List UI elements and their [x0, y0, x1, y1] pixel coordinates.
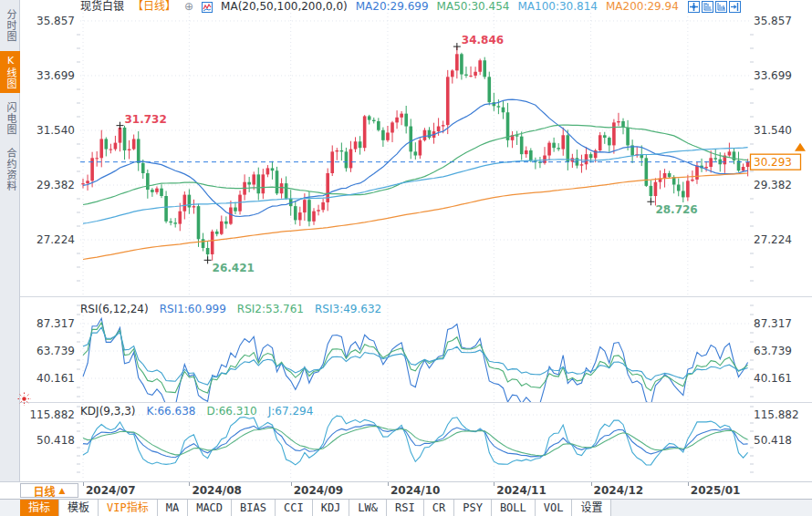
svg-text:50.418: 50.418: [754, 434, 792, 447]
svg-text:87.317: 87.317: [36, 317, 75, 330]
kdj-title: KDJ(9,3,3): [80, 406, 136, 418]
tab-vol[interactable]: VOL: [536, 500, 573, 516]
x-axis-label: 2024/10: [390, 484, 440, 497]
sidebar-item-kline-chart[interactable]: K线图: [0, 51, 20, 93]
svg-text:35.857: 35.857: [36, 15, 75, 27]
x-axis-label: 2024/08: [192, 484, 241, 497]
svg-text:115.882: 115.882: [29, 408, 75, 421]
svg-text:27.224: 27.224: [36, 233, 75, 246]
x-axis-label: 2024/11: [496, 484, 546, 497]
period-button[interactable]: 日线 ▲: [20, 483, 78, 498]
svg-text:50.418: 50.418: [36, 434, 75, 447]
svg-text:28.726: 28.726: [655, 203, 697, 216]
svg-text:63.739: 63.739: [754, 345, 792, 357]
rsi-title: RSI(6,12,24): [80, 304, 149, 315]
ma100-value: MA100:30.814: [517, 0, 598, 14]
kdj-pane-header: KDJ(9,3,3) K:66.638 D:66.310 J:67.294: [80, 406, 313, 418]
rsi1-value: RSI1:60.999: [160, 304, 226, 315]
tab-macd[interactable]: MACD: [188, 500, 232, 516]
tab-indicator[interactable]: 指标: [20, 500, 59, 516]
svg-text:87.317: 87.317: [754, 317, 792, 330]
caret-up-icon: ▲: [59, 486, 66, 495]
chart-toolbar: [688, 1, 741, 13]
tab-kdj[interactable]: KDJ: [313, 500, 350, 516]
tab-settings[interactable]: 设置: [572, 500, 611, 516]
svg-text:31.540: 31.540: [754, 124, 792, 137]
svg-text:40.161: 40.161: [754, 372, 792, 385]
x-axis-tick: [291, 482, 292, 486]
svg-text:29.382: 29.382: [36, 179, 75, 191]
x-axis-tick: [591, 482, 592, 486]
indicator-tabs-bar: 指标 模板 VIP指标 MA MACD BIAS CCI KDJ LW& RSI…: [0, 499, 812, 516]
rsi-pane-header: RSI(6,12,24) RSI1:60.999 RSI2:53.761 RSI…: [80, 304, 381, 315]
kdj-k-value: K:66.638: [147, 406, 196, 418]
svg-text:33.699: 33.699: [754, 69, 792, 82]
add-overlay-icon[interactable]: ⊕: [184, 0, 193, 14]
ma-settings-label: MA(20,50,100,200,0,0): [221, 0, 348, 14]
tab-psy[interactable]: PSY: [454, 500, 492, 516]
chart-header: 现货白银 【日线】 ⊕ MA(20,50,100,200,0,0) MA20:2…: [80, 0, 679, 14]
chart-type-sidebar: 分时图 K线图 闪电图 合约资料: [0, 0, 20, 483]
x-axis-row: 日线 ▲ 2024/072024/082024/092024/102024/11…: [0, 481, 812, 499]
x-axis-label: 2024/07: [86, 484, 135, 497]
kdj-d-value: D:66.310: [206, 406, 256, 418]
svg-text:27.224: 27.224: [754, 233, 792, 246]
x-axis-tick: [494, 482, 494, 486]
sidebar-item-time-chart[interactable]: 分时图: [0, 5, 20, 46]
ma50-value: MA50:30.454: [437, 0, 510, 14]
tab-cci[interactable]: CCI: [276, 500, 313, 516]
rsi2-value: RSI2:53.761: [237, 304, 304, 315]
fit-x-axis-icon[interactable]: [715, 1, 727, 13]
fit-y-axis-icon[interactable]: [702, 1, 713, 13]
x-axis-label: 2025/01: [691, 484, 740, 497]
x-axis-tick: [388, 482, 389, 486]
svg-text:115.882: 115.882: [754, 408, 799, 421]
svg-text:40.161: 40.161: [36, 372, 75, 385]
symbol-name: 现货白银: [80, 0, 124, 14]
tab-cr[interactable]: CR: [424, 500, 454, 516]
ma20-value: MA20:29.699: [356, 0, 429, 14]
x-axis-tick: [688, 482, 689, 486]
svg-text:31.540: 31.540: [36, 124, 75, 137]
tab-lw[interactable]: LW&: [349, 500, 387, 516]
trading-app: 分时图 K线图 闪电图 合约资料 现货白银 【日线】 ⊕ MA(20,50,10…: [0, 0, 812, 516]
jump-latest-icon[interactable]: [729, 1, 741, 13]
move-tool-icon[interactable]: [688, 1, 700, 13]
alert-blink-icon: [17, 392, 31, 406]
indicator-chart-icon[interactable]: [202, 2, 213, 13]
x-axis-label: 2024/12: [594, 484, 643, 497]
tab-ma[interactable]: MA: [158, 500, 188, 516]
svg-text:31.732: 31.732: [124, 113, 166, 126]
x-axis-tick: [189, 482, 190, 486]
period-tag: 【日线】: [132, 0, 176, 14]
svg-text:30.293: 30.293: [754, 156, 792, 169]
svg-text:35.857: 35.857: [754, 15, 792, 27]
x-axis-tick: [83, 482, 84, 486]
sidebar-item-lightning-chart[interactable]: 闪电图: [0, 98, 20, 139]
svg-text:29.382: 29.382: [754, 179, 792, 191]
svg-text:34.846: 34.846: [462, 34, 504, 46]
sidebar-item-contract-info[interactable]: 合约资料: [0, 144, 20, 195]
svg-text:33.699: 33.699: [36, 69, 75, 82]
ma200-value: MA200:29.94: [606, 0, 679, 14]
tab-boll[interactable]: BOLL: [492, 500, 536, 516]
x-axis-label: 2024/09: [294, 484, 343, 497]
period-button-label: 日线: [34, 483, 56, 499]
tab-rsi[interactable]: RSI: [387, 500, 424, 516]
kdj-j-value: J:67.294: [268, 406, 314, 418]
tab-vip-indicator[interactable]: VIP指标: [99, 500, 158, 516]
svg-text:63.739: 63.739: [36, 345, 75, 357]
rsi3-value: RSI3:49.632: [315, 304, 381, 315]
tab-template[interactable]: 模板: [59, 500, 99, 516]
svg-text:26.421: 26.421: [213, 262, 255, 274]
tab-bias[interactable]: BIAS: [232, 500, 276, 516]
